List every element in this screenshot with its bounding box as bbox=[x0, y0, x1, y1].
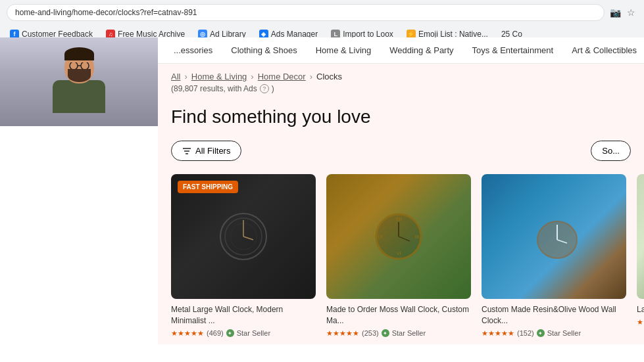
breadcrumb-sep-3: › bbox=[310, 72, 312, 81]
clock-svg-1 bbox=[217, 210, 270, 263]
clock-svg-3 bbox=[528, 210, 580, 263]
review-count-3: (152) bbox=[517, 329, 534, 337]
product-card-4[interactable]: Large Wall Clock Modern... ★★★★★ (155) ✦… bbox=[637, 174, 644, 338]
star-seller-label-1: Star Seller bbox=[237, 329, 270, 337]
person-body bbox=[53, 80, 105, 113]
svg-text:XII: XII bbox=[395, 216, 402, 222]
result-count-suffix: ) bbox=[272, 84, 274, 93]
nav-art-collectibles[interactable]: Art & Collectibles bbox=[562, 37, 644, 64]
address-bar: home-and-living/home-decor/clocks?ref=ca… bbox=[0, 0, 644, 25]
breadcrumb-current: Clocks bbox=[316, 72, 342, 81]
nav-accessories[interactable]: ...essories bbox=[164, 37, 222, 64]
page-header: Find something you love bbox=[158, 96, 644, 134]
product-rating-1: ★★★★★ (469) ✦ Star Seller bbox=[171, 329, 316, 338]
stars-1: ★★★★★ bbox=[171, 329, 204, 338]
product-image-3 bbox=[482, 174, 626, 299]
filter-icon bbox=[182, 147, 191, 156]
full-page: home-and-living/home-decor/clocks?ref=ca… bbox=[0, 0, 644, 362]
product-image-1: FAST SHIPPING bbox=[171, 174, 316, 299]
svg-point-0 bbox=[70, 62, 78, 69]
stars-2: ★★★★★ bbox=[326, 329, 359, 338]
result-count: (89,807 results, with Ads ? ) bbox=[171, 84, 631, 93]
product-image-2: XII VI III IX bbox=[326, 174, 471, 299]
person-head bbox=[64, 51, 94, 83]
svg-point-1 bbox=[81, 62, 89, 69]
clock-svg-2: XII VI III IX bbox=[372, 210, 425, 263]
breadcrumb-all[interactable]: All bbox=[171, 72, 180, 81]
breadcrumb: All › Home & Living › Home Decor › Clock… bbox=[171, 72, 631, 81]
breadcrumb-section: All › Home & Living › Home Decor › Clock… bbox=[158, 64, 644, 96]
product-title-1: Metal Large Wall Clock, Modern Minimalis… bbox=[171, 304, 316, 327]
filter-bar: All Filters So... bbox=[158, 134, 644, 168]
product-rating-2: ★★★★★ (253) ✦ Star Seller bbox=[326, 329, 471, 338]
breadcrumb-sep-1: › bbox=[184, 72, 187, 81]
product-title-2: Made to Order Moss Wall Clock, Custom Ma… bbox=[326, 304, 471, 327]
star-seller-icon-2: ✦ bbox=[382, 329, 389, 337]
filter-button[interactable]: All Filters bbox=[171, 141, 241, 161]
product-card-3[interactable]: Custom Made Resin&Olive Wood Wall Clock.… bbox=[482, 174, 626, 338]
product-image-4 bbox=[637, 174, 644, 299]
webcam-person bbox=[0, 37, 158, 126]
nav-clothing-shoes[interactable]: Clothing & Shoes bbox=[222, 37, 306, 64]
review-count-2: (253) bbox=[362, 329, 379, 337]
svg-line-10 bbox=[243, 237, 253, 240]
review-count-1: (469) bbox=[207, 329, 224, 337]
person-hair bbox=[64, 47, 94, 60]
nav-home-living[interactable]: Home & Living bbox=[307, 37, 381, 64]
camera-icon[interactable]: 📷 bbox=[610, 7, 620, 18]
browser-icons: 📷 ☆ bbox=[610, 7, 637, 18]
sort-button[interactable]: So... bbox=[591, 141, 631, 161]
product-card-2[interactable]: XII VI III IX Made to Order Moss Wall Cl… bbox=[326, 174, 471, 338]
url-input[interactable]: home-and-living/home-decor/clocks?ref=ca… bbox=[7, 4, 605, 21]
person-beard bbox=[68, 69, 91, 82]
svg-text:III: III bbox=[415, 234, 420, 240]
star-seller-icon-3: ✦ bbox=[537, 329, 545, 337]
breadcrumb-sep-2: › bbox=[251, 72, 253, 81]
fast-shipping-badge: FAST SHIPPING bbox=[178, 181, 238, 193]
filter-label: All Filters bbox=[195, 146, 230, 156]
site-navigation: ...essories Clothing & Shoes Home & Livi… bbox=[158, 37, 644, 64]
sort-label: So... bbox=[602, 146, 620, 156]
star-seller-icon-1: ✦ bbox=[226, 329, 234, 337]
product-grid: FAST SHIPPING Metal Large Wall Clock, Mo… bbox=[158, 168, 644, 344]
help-icon[interactable]: ? bbox=[260, 84, 269, 93]
svg-text:VI: VI bbox=[396, 250, 401, 256]
star-icon[interactable]: ☆ bbox=[627, 7, 637, 18]
result-count-text: (89,807 results, with Ads bbox=[171, 84, 257, 93]
nav-wedding-party[interactable]: Wedding & Party bbox=[380, 37, 462, 64]
stars-3: ★★★★★ bbox=[482, 329, 514, 338]
site-content: ...essories Clothing & Shoes Home & Livi… bbox=[158, 37, 644, 362]
star-seller-label-2: Star Seller bbox=[392, 329, 426, 337]
page-title: Find something you love bbox=[171, 106, 631, 127]
breadcrumb-home-decor[interactable]: Home Decor bbox=[258, 72, 306, 81]
url-text: home-and-living/home-decor/clocks?ref=ca… bbox=[15, 8, 197, 17]
breadcrumb-home-living[interactable]: Home & Living bbox=[191, 72, 247, 81]
webcam-overlay bbox=[0, 37, 158, 126]
product-card-1[interactable]: FAST SHIPPING Metal Large Wall Clock, Mo… bbox=[171, 174, 316, 338]
product-title-4: Large Wall Clock Modern... bbox=[637, 304, 644, 315]
nav-toys-entertainment[interactable]: Toys & Entertainment bbox=[463, 37, 563, 64]
person-glasses bbox=[68, 62, 90, 69]
product-rating-4: ★★★★★ (155) ✦ Star Seller bbox=[637, 318, 644, 327]
product-title-3: Custom Made Resin&Olive Wood Wall Clock.… bbox=[482, 304, 626, 327]
star-seller-label-3: Star Seller bbox=[547, 329, 581, 337]
person-silhouette bbox=[53, 51, 105, 113]
svg-text:IX: IX bbox=[378, 234, 383, 240]
product-rating-3: ★★★★★ (152) ✦ Star Seller bbox=[482, 329, 626, 338]
stars-4: ★★★★★ bbox=[637, 318, 644, 327]
